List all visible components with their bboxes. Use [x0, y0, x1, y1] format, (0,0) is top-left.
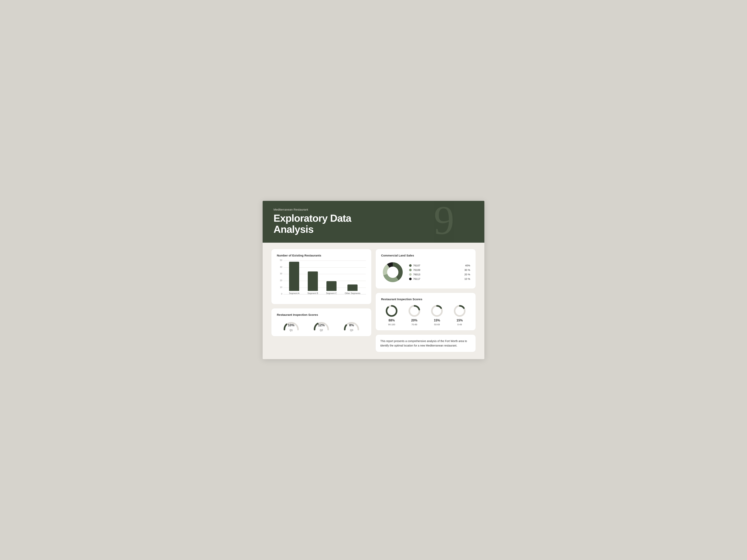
- bar-chart-area: 50 40 30 20 10 0 Segment A: [277, 261, 366, 299]
- gauge-pct-q1: 10%: [288, 323, 294, 327]
- donut-label-70-89: 70-89: [411, 323, 417, 326]
- donut-svg-50-69: [430, 304, 443, 318]
- inspection-bottom-card: Restaurant Inspection Scores 10% Q1: [271, 308, 371, 337]
- legend-pct-76117: 10 %: [463, 277, 470, 281]
- bar-label-other-segments: Other Segments: [345, 292, 360, 294]
- bar-label-segment-b: Segment B: [308, 292, 318, 294]
- donut-90-100: 88% 90-100: [385, 304, 398, 326]
- legend-label-76109: 76109: [413, 269, 462, 271]
- legend-pct-76013: 20 %: [463, 273, 470, 276]
- bar-chart-bars: Segment A Segment B Segment C Other: [283, 261, 366, 294]
- legend-dot-76107: [409, 264, 412, 267]
- donut-70-89: 20% 70-89: [408, 304, 421, 326]
- donut-pct-90-100: 88%: [388, 319, 395, 322]
- inspection-right-card: Restaurant Inspection Scores 88% 90-100: [376, 293, 476, 330]
- bar-rect-segment-c: [327, 281, 337, 291]
- gauge-pct-q3: 8%: [349, 323, 354, 327]
- bar-label-segment-a: Segment A: [289, 292, 300, 294]
- donut-svg-90-100: [385, 304, 398, 318]
- commercial-land-card: Commercial Land Sales: [376, 249, 476, 289]
- legend-dot-76013: [409, 273, 412, 276]
- svg-point-8: [388, 308, 395, 314]
- gauge-q3: 8% Q3: [343, 320, 360, 331]
- bar-segment-c: Segment C: [326, 281, 337, 294]
- gauge-label-q3: Q3: [350, 329, 353, 331]
- inspection-right-title: Restaurant Inspection Scores: [381, 297, 470, 301]
- legend-pct-76107: 40%: [463, 264, 470, 267]
- legend-76013: 76013 20 %: [409, 273, 470, 276]
- bar-chart-title: Number of Existing Restaurants: [277, 254, 366, 257]
- donut-0-49: 15% 0-49: [453, 304, 466, 326]
- inspection-bottom-row: 10% Q1 12% Q2: [277, 320, 366, 331]
- donut-label-50-69: 50-69: [434, 323, 440, 326]
- svg-point-17: [456, 308, 463, 314]
- donut-label-0-49: 0-49: [457, 323, 462, 326]
- donut-50-69: 15% 50-69: [430, 304, 443, 326]
- legend-76117: 76117 10 %: [409, 277, 470, 281]
- donut-svg-0-49: [453, 304, 466, 318]
- legend-label-76013: 76013: [413, 273, 462, 276]
- inspection-bottom-title: Restaurant Inspection Scores: [277, 313, 366, 316]
- legend-76109: 76109 30 %: [409, 269, 470, 271]
- bar-rect-other-segments: [347, 285, 358, 291]
- main-content: Number of Existing Restaurants 50 40 30 …: [263, 243, 484, 359]
- svg-point-5: [387, 267, 398, 278]
- right-column: Commercial Land Sales: [376, 249, 476, 352]
- header-decoration: 9: [434, 203, 473, 238]
- donut-pct-70-89: 20%: [411, 319, 417, 322]
- legend-label-76117: 76117: [413, 277, 462, 281]
- inspection-full-row: 88% 90-100 20% 70-89: [381, 304, 470, 326]
- donut-svg-70-89: [408, 304, 421, 318]
- svg-text:9: 9: [434, 203, 454, 238]
- donut-pct-50-69: 15%: [434, 319, 440, 322]
- bar-rect-segment-a: [289, 262, 299, 291]
- svg-point-11: [411, 308, 418, 314]
- bar-label-segment-c: Segment C: [326, 292, 337, 294]
- legend-76107: 76107 40%: [409, 264, 470, 267]
- bar-segment-a: Segment A: [289, 262, 300, 294]
- gauge-label-q1: Q1: [290, 329, 293, 331]
- header: Mediterranean Restaurant Exploratory Dat…: [263, 201, 484, 243]
- slide: Mediterranean Restaurant Exploratory Dat…: [263, 201, 484, 359]
- donut-pct-0-49: 15%: [457, 319, 463, 322]
- legend-label-76107: 76107: [413, 264, 462, 267]
- legend-dot-76109: [409, 269, 412, 271]
- bar-chart-card: Number of Existing Restaurants 50 40 30 …: [271, 249, 371, 304]
- legend-dot-76117: [409, 278, 412, 280]
- commercial-land-title: Commercial Land Sales: [381, 254, 470, 257]
- description-card: This report presents a comprehensive ana…: [376, 335, 476, 352]
- gauge-label-q2: Q2: [320, 329, 323, 331]
- gauge-q1: 10% Q1: [282, 320, 300, 331]
- gauge-q2: 12% Q2: [313, 320, 330, 331]
- svg-point-14: [434, 308, 440, 314]
- commercial-land-donut: [381, 261, 405, 284]
- bar-other-segments: Other Segments: [345, 285, 360, 294]
- gauge-pct-q2: 12%: [318, 323, 325, 327]
- donut-label-90-100: 90-100: [388, 323, 395, 326]
- bar-rect-segment-b: [308, 271, 318, 291]
- left-column: Number of Existing Restaurants 50 40 30 …: [271, 249, 371, 352]
- description-text: This report presents a comprehensive ana…: [380, 339, 471, 348]
- legend-pct-76109: 30 %: [463, 269, 470, 271]
- donut-legend: 76107 40% 76109 30 % 76013 20 %: [409, 264, 470, 281]
- donut-row: 76107 40% 76109 30 % 76013 20 %: [381, 261, 470, 284]
- bar-segment-b: Segment B: [308, 271, 318, 294]
